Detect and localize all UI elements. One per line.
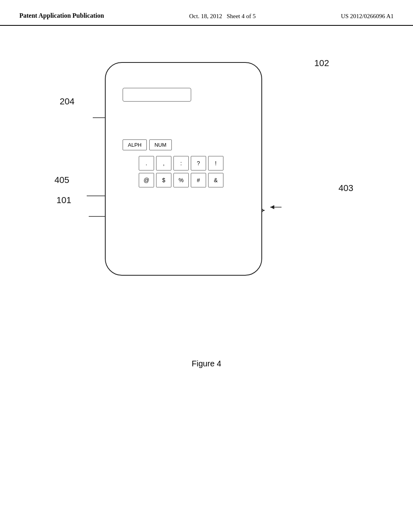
sheet-info: Sheet 4 of 5 bbox=[227, 13, 256, 19]
key-row-2: @ $ % # & bbox=[123, 173, 244, 187]
tab-row: ALPH NUM bbox=[123, 139, 244, 150]
figure-caption: Figure 4 bbox=[0, 359, 413, 368]
phone-device: ALPH NUM . , : ? ! @ $ % # & bbox=[105, 62, 262, 276]
key-hash[interactable]: # bbox=[191, 173, 206, 187]
key-row-1: . , : ? ! bbox=[123, 156, 244, 170]
tab-num-button[interactable]: NUM bbox=[149, 139, 172, 150]
key-question[interactable]: ? bbox=[191, 156, 206, 170]
label-101: 101 bbox=[56, 195, 71, 206]
publication-date: Oct. 18, 2012 bbox=[189, 13, 222, 19]
label-102: 102 bbox=[314, 58, 329, 69]
label-405: 405 bbox=[54, 175, 69, 185]
key-colon[interactable]: : bbox=[173, 156, 189, 170]
publication-date-sheet: Oct. 18, 2012 Sheet 4 of 5 bbox=[189, 11, 256, 21]
label-204: 204 bbox=[60, 96, 75, 107]
patent-number: US 2012/0266096 A1 bbox=[341, 11, 394, 21]
key-ampersand[interactable]: & bbox=[208, 173, 223, 187]
keyboard-area: ALPH NUM . , : ? ! @ $ % # & bbox=[123, 139, 244, 190]
key-at[interactable]: @ bbox=[139, 173, 154, 187]
label-403: 403 bbox=[338, 183, 353, 193]
key-comma[interactable]: , bbox=[156, 156, 171, 170]
svg-marker-9 bbox=[270, 205, 274, 209]
diagram-area: ALPH NUM . , : ? ! @ $ % # & 102 204 405 bbox=[0, 38, 413, 401]
tab-alph-button[interactable]: ALPH bbox=[123, 139, 147, 150]
publication-title: Patent Application Publication bbox=[19, 11, 104, 20]
key-dollar[interactable]: $ bbox=[156, 173, 171, 187]
key-exclaim[interactable]: ! bbox=[208, 156, 223, 170]
page-header: Patent Application Publication Oct. 18, … bbox=[0, 0, 413, 26]
key-percent[interactable]: % bbox=[173, 173, 189, 187]
phone-input-field[interactable] bbox=[123, 88, 191, 102]
key-period[interactable]: . bbox=[139, 156, 154, 170]
